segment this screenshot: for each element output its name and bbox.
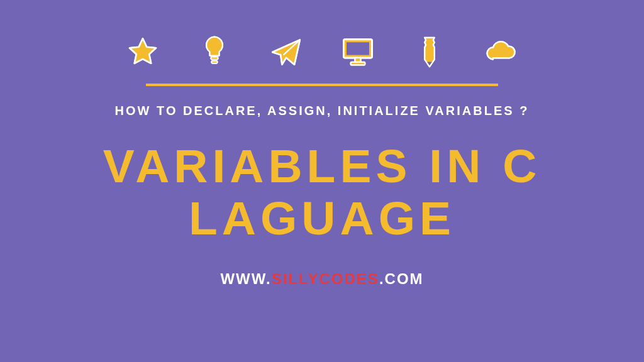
- website-prefix: WWW.: [220, 270, 271, 287]
- subtitle-text: HOW TO DECLARE, ASSIGN, INITIALIZE VARIA…: [115, 104, 530, 118]
- svg-rect-0: [211, 57, 218, 59]
- monitor-icon: [340, 35, 375, 70]
- paper-plane-icon: [269, 35, 304, 70]
- lightbulb-icon: [197, 35, 232, 70]
- svg-rect-6: [351, 62, 365, 65]
- pencil-icon: [412, 35, 447, 70]
- svg-rect-1: [211, 61, 217, 63]
- divider-line: [146, 84, 498, 86]
- website-suffix: .COM: [379, 270, 424, 287]
- icon-row: [125, 35, 519, 70]
- svg-rect-4: [347, 42, 369, 55]
- main-title: VARIABLES IN C LAGUAGE: [0, 140, 644, 244]
- website-url: WWW.SILLYCODES.COM: [220, 270, 423, 288]
- cloud-icon: [484, 35, 519, 70]
- website-main: SILLYCODES: [272, 270, 379, 287]
- star-icon: [125, 35, 160, 70]
